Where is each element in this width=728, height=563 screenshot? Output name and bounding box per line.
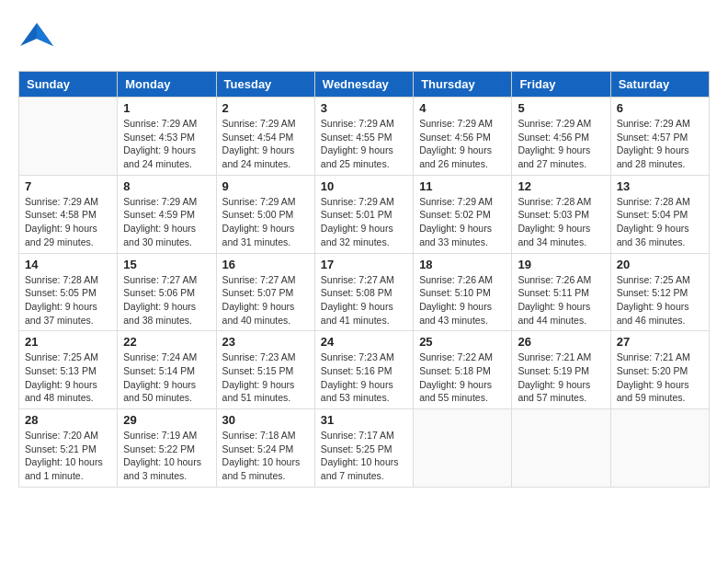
calendar-cell: 11Sunrise: 7:29 AM Sunset: 5:02 PM Dayli…	[414, 175, 512, 253]
calendar-cell: 27Sunrise: 7:21 AM Sunset: 5:20 PM Dayli…	[610, 331, 709, 409]
page-header	[18, 18, 710, 62]
day-number: 29	[123, 413, 210, 427]
day-number: 26	[518, 335, 604, 349]
day-number: 25	[419, 335, 506, 349]
calendar-cell: 13Sunrise: 7:28 AM Sunset: 5:04 PM Dayli…	[610, 175, 709, 253]
day-number: 11	[419, 179, 506, 193]
day-info: Sunrise: 7:26 AM Sunset: 5:10 PM Dayligh…	[419, 273, 506, 327]
day-info: Sunrise: 7:28 AM Sunset: 5:04 PM Dayligh…	[617, 195, 703, 249]
day-info: Sunrise: 7:27 AM Sunset: 5:08 PM Dayligh…	[321, 273, 407, 327]
calendar-cell: 31Sunrise: 7:17 AM Sunset: 5:25 PM Dayli…	[314, 409, 413, 488]
day-header-saturday: Saturday	[610, 72, 709, 98]
calendar-cell: 4Sunrise: 7:29 AM Sunset: 4:56 PM Daylig…	[414, 98, 512, 176]
calendar-cell: 3Sunrise: 7:29 AM Sunset: 4:55 PM Daylig…	[314, 98, 413, 176]
day-info: Sunrise: 7:22 AM Sunset: 5:18 PM Dayligh…	[419, 350, 506, 405]
calendar-cell: 5Sunrise: 7:29 AM Sunset: 4:56 PM Daylig…	[512, 98, 610, 176]
day-number: 10	[321, 179, 407, 193]
calendar-cell: 18Sunrise: 7:26 AM Sunset: 5:10 PM Dayli…	[414, 253, 512, 331]
calendar-cell	[414, 409, 512, 488]
calendar-cell: 25Sunrise: 7:22 AM Sunset: 5:18 PM Dayli…	[414, 331, 512, 409]
calendar-cell	[610, 409, 709, 488]
day-number: 20	[617, 258, 703, 271]
calendar-cell: 8Sunrise: 7:29 AM Sunset: 4:59 PM Daylig…	[118, 175, 216, 253]
calendar-cell: 1Sunrise: 7:29 AM Sunset: 4:53 PM Daylig…	[118, 98, 216, 176]
day-info: Sunrise: 7:29 AM Sunset: 5:01 PM Dayligh…	[321, 195, 407, 249]
calendar-cell: 30Sunrise: 7:18 AM Sunset: 5:24 PM Dayli…	[216, 409, 314, 488]
calendar-cell: 22Sunrise: 7:24 AM Sunset: 5:14 PM Dayli…	[118, 331, 216, 409]
day-info: Sunrise: 7:28 AM Sunset: 5:05 PM Dayligh…	[25, 273, 111, 327]
day-info: Sunrise: 7:17 AM Sunset: 5:25 PM Dayligh…	[321, 429, 407, 483]
day-info: Sunrise: 7:23 AM Sunset: 5:16 PM Dayligh…	[321, 350, 407, 405]
day-header-tuesday: Tuesday	[216, 72, 314, 98]
day-number: 4	[419, 101, 506, 115]
day-number: 2	[222, 101, 309, 115]
day-info: Sunrise: 7:24 AM Sunset: 5:14 PM Dayligh…	[123, 350, 210, 405]
calendar-header-row: SundayMondayTuesdayWednesdayThursdayFrid…	[19, 72, 710, 98]
calendar-week-4: 28Sunrise: 7:20 AM Sunset: 5:21 PM Dayli…	[19, 409, 710, 488]
calendar-cell: 29Sunrise: 7:19 AM Sunset: 5:22 PM Dayli…	[118, 409, 216, 488]
day-number: 9	[222, 179, 309, 193]
calendar-cell	[19, 98, 118, 176]
day-info: Sunrise: 7:27 AM Sunset: 5:07 PM Dayligh…	[222, 273, 309, 327]
calendar-cell: 6Sunrise: 7:29 AM Sunset: 4:57 PM Daylig…	[610, 98, 709, 176]
day-number: 14	[25, 258, 111, 271]
day-info: Sunrise: 7:29 AM Sunset: 4:54 PM Dayligh…	[222, 117, 309, 171]
day-number: 19	[518, 258, 604, 271]
day-info: Sunrise: 7:20 AM Sunset: 5:21 PM Dayligh…	[25, 429, 111, 483]
calendar-week-1: 7Sunrise: 7:29 AM Sunset: 4:58 PM Daylig…	[19, 175, 710, 253]
calendar-cell: 16Sunrise: 7:27 AM Sunset: 5:07 PM Dayli…	[216, 253, 314, 331]
day-number: 15	[123, 258, 210, 271]
day-info: Sunrise: 7:29 AM Sunset: 4:55 PM Dayligh…	[321, 117, 407, 171]
day-number: 3	[321, 101, 407, 115]
day-info: Sunrise: 7:21 AM Sunset: 5:20 PM Dayligh…	[617, 350, 703, 405]
day-number: 31	[321, 413, 407, 427]
day-header-thursday: Thursday	[414, 72, 512, 98]
day-info: Sunrise: 7:19 AM Sunset: 5:22 PM Dayligh…	[123, 429, 210, 483]
calendar-cell: 9Sunrise: 7:29 AM Sunset: 5:00 PM Daylig…	[216, 175, 314, 253]
calendar-week-3: 21Sunrise: 7:25 AM Sunset: 5:13 PM Dayli…	[19, 331, 710, 409]
day-info: Sunrise: 7:29 AM Sunset: 5:02 PM Dayligh…	[419, 195, 506, 249]
logo-icon	[18, 18, 55, 62]
day-number: 13	[617, 179, 703, 193]
day-info: Sunrise: 7:28 AM Sunset: 5:03 PM Dayligh…	[518, 195, 604, 249]
day-info: Sunrise: 7:29 AM Sunset: 4:56 PM Dayligh…	[518, 117, 604, 171]
day-number: 16	[222, 258, 309, 271]
day-number: 12	[518, 179, 604, 193]
day-header-friday: Friday	[512, 72, 610, 98]
day-info: Sunrise: 7:29 AM Sunset: 4:59 PM Dayligh…	[123, 195, 210, 249]
calendar-week-0: 1Sunrise: 7:29 AM Sunset: 4:53 PM Daylig…	[19, 98, 710, 176]
day-number: 6	[617, 101, 703, 115]
calendar-cell: 2Sunrise: 7:29 AM Sunset: 4:54 PM Daylig…	[216, 98, 314, 176]
calendar-table: SundayMondayTuesdayWednesdayThursdayFrid…	[18, 71, 710, 488]
day-number: 8	[123, 179, 210, 193]
calendar-cell	[512, 409, 610, 488]
calendar-cell: 21Sunrise: 7:25 AM Sunset: 5:13 PM Dayli…	[19, 331, 118, 409]
calendar-cell: 17Sunrise: 7:27 AM Sunset: 5:08 PM Dayli…	[314, 253, 413, 331]
day-number: 1	[123, 101, 210, 115]
calendar-week-2: 14Sunrise: 7:28 AM Sunset: 5:05 PM Dayli…	[19, 253, 710, 331]
day-number: 17	[321, 258, 407, 271]
calendar-cell: 28Sunrise: 7:20 AM Sunset: 5:21 PM Dayli…	[19, 409, 118, 488]
calendar-cell: 23Sunrise: 7:23 AM Sunset: 5:15 PM Dayli…	[216, 331, 314, 409]
calendar-cell: 15Sunrise: 7:27 AM Sunset: 5:06 PM Dayli…	[118, 253, 216, 331]
day-header-sunday: Sunday	[19, 72, 118, 98]
calendar-cell: 19Sunrise: 7:26 AM Sunset: 5:11 PM Dayli…	[512, 253, 610, 331]
day-info: Sunrise: 7:23 AM Sunset: 5:15 PM Dayligh…	[222, 350, 309, 405]
day-number: 22	[123, 335, 210, 349]
day-info: Sunrise: 7:27 AM Sunset: 5:06 PM Dayligh…	[123, 273, 210, 327]
day-header-wednesday: Wednesday	[314, 72, 413, 98]
day-number: 5	[518, 101, 604, 115]
day-number: 21	[25, 335, 111, 349]
day-number: 30	[222, 413, 309, 427]
calendar-cell: 14Sunrise: 7:28 AM Sunset: 5:05 PM Dayli…	[19, 253, 118, 331]
day-info: Sunrise: 7:29 AM Sunset: 4:53 PM Dayligh…	[123, 117, 210, 171]
day-number: 23	[222, 335, 309, 349]
day-number: 24	[321, 335, 407, 349]
calendar-cell: 26Sunrise: 7:21 AM Sunset: 5:19 PM Dayli…	[512, 331, 610, 409]
day-info: Sunrise: 7:25 AM Sunset: 5:12 PM Dayligh…	[617, 273, 703, 327]
calendar-cell: 7Sunrise: 7:29 AM Sunset: 4:58 PM Daylig…	[19, 175, 118, 253]
day-info: Sunrise: 7:26 AM Sunset: 5:11 PM Dayligh…	[518, 273, 604, 327]
day-header-monday: Monday	[118, 72, 216, 98]
calendar-cell: 20Sunrise: 7:25 AM Sunset: 5:12 PM Dayli…	[610, 253, 709, 331]
calendar-cell: 12Sunrise: 7:28 AM Sunset: 5:03 PM Dayli…	[512, 175, 610, 253]
